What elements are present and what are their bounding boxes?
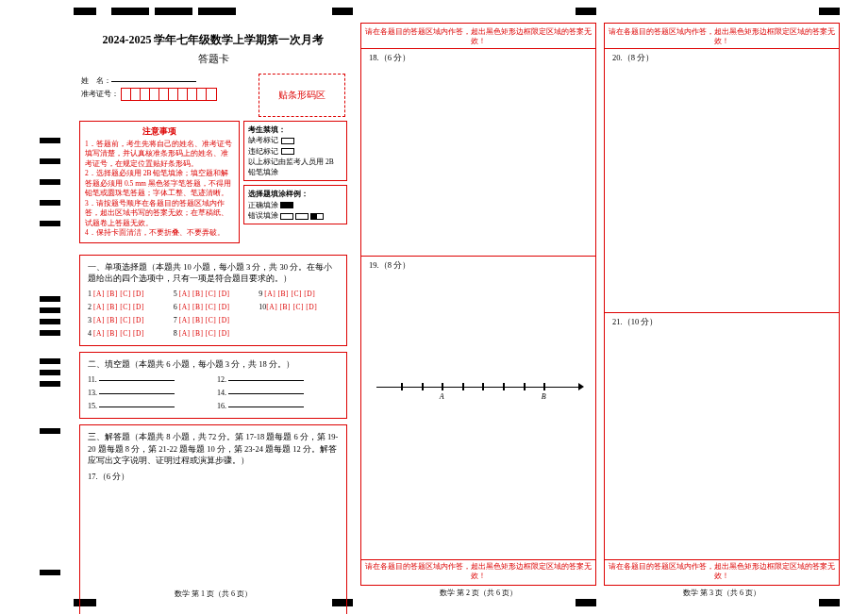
q-num: 9 xyxy=(259,290,262,298)
filled-bubble-icon xyxy=(280,202,293,208)
align-mark xyxy=(74,8,96,15)
sample-correct-label: 正确填涂 xyxy=(248,201,278,209)
q18-block[interactable]: 18.（6 分） xyxy=(361,48,595,256)
q-num: 12. xyxy=(217,375,226,384)
sample-title: 选择题填涂样例： xyxy=(248,190,309,198)
align-mark xyxy=(198,8,236,15)
align-mark xyxy=(155,8,192,15)
mc-bubbles[interactable]: [A] [B] [C] [D] xyxy=(266,303,317,311)
mc-bubbles[interactable]: [A] [B] [C] [D] xyxy=(179,290,230,298)
exam-subtitle: 答题卡 xyxy=(77,52,349,66)
page-2: 请在各题目的答题区域内作答，超出黑色矩形边框限定区域的答案无效！ 18.（6 分… xyxy=(360,23,596,586)
q-num: 13. xyxy=(88,389,97,397)
fill-blank[interactable] xyxy=(228,393,304,394)
q-num: 7 xyxy=(174,316,177,324)
q-num: 11. xyxy=(88,375,97,384)
q21-label: 21.（10 分） xyxy=(612,317,831,328)
page-1: 2024-2025 学年七年级数学上学期第一次月考 答题卡 姓 名： 准考证号：… xyxy=(74,23,353,586)
q17-label: 17.（6 分） xyxy=(88,471,339,483)
notice-item: 4．保持卡面清洁，不要折叠、不要弄破。 xyxy=(85,228,234,239)
q-num: 1 xyxy=(88,290,92,298)
mc-bubbles[interactable]: [A] [B] [C] [D] xyxy=(93,290,144,298)
section-1-heading: 一、单项选择题（本题共 10 小题，每小题 3 分，共 30 分。在每小题给出的… xyxy=(88,261,339,286)
fill-sample-box: 选择题填涂样例： 正确填涂 错误填涂 xyxy=(243,185,347,224)
align-mark xyxy=(576,8,596,15)
identity-row: 姓 名： 准考证号： 贴条形码区 xyxy=(74,72,353,121)
page-number: 数学 第 3 页（共 6 页） xyxy=(605,588,839,598)
violation-label: 违纪标记 xyxy=(248,147,278,156)
section-3-solve: 三、解答题（本题共 8 小题，共 72 分。第 17-18 题每题 6 分，第 … xyxy=(79,424,347,614)
fill-blank[interactable] xyxy=(228,380,304,381)
q20-block[interactable]: 20.（8 分） xyxy=(605,48,839,312)
candidate-fill-box: 考生禁填： 缺考标记 违纪标记 以上标记由监考人员用 2B 铅笔填涂 xyxy=(243,121,347,181)
ticket-label: 准考证号： xyxy=(81,90,119,98)
name-field[interactable] xyxy=(111,81,196,82)
section-1-mc: 一、单项选择题（本题共 10 小题，每小题 3 分，共 30 分。在每小题给出的… xyxy=(79,255,347,347)
page-3: 请在各题目的答题区域内作答，超出黑色矩形边框限定区域的答案无效！ 20.（8 分… xyxy=(604,23,840,586)
left-align-marks xyxy=(40,23,62,591)
mc-bubbles[interactable]: [A] [B] [C] [D] xyxy=(93,316,144,324)
fill-blank[interactable] xyxy=(99,380,175,381)
half-bubble-icon xyxy=(310,213,324,220)
page2-bottom-warning: 请在各题目的答题区域内作答，超出黑色矩形边框限定区域的答案无效！ xyxy=(361,559,595,585)
notice-heading: 注意事项 xyxy=(85,125,234,138)
mc-bubbles[interactable]: [A] [B] [C] [D] xyxy=(179,303,230,311)
sample-wrong-label: 错误填涂 xyxy=(248,211,278,220)
fill-blank[interactable] xyxy=(99,407,175,407)
mc-bubbles[interactable]: [A] [B] [C] [D] xyxy=(93,303,144,311)
mc-bubbles[interactable]: [A] [B] [C] [D] xyxy=(179,329,230,338)
q-num: 4 xyxy=(88,329,92,338)
page-number: 数学 第 2 页（共 6 页） xyxy=(361,588,595,598)
absent-checkbox[interactable] xyxy=(281,138,294,144)
align-mark xyxy=(332,8,353,15)
page3-bottom-warning: 请在各题目的答题区域内作答，超出黑色矩形边框限定区域的答案无效！ xyxy=(605,559,839,585)
page2-top-warning: 请在各题目的答题区域内作答，超出黑色矩形边框限定区域的答案无效！ xyxy=(361,24,595,48)
barcode-area: 贴条形码区 xyxy=(259,74,345,117)
fill-blank[interactable] xyxy=(228,407,304,407)
notice-box: 注意事项 1．答题前，考生先将自己的姓名、准考证号填写清楚，并认真核准条形码上的… xyxy=(79,121,240,243)
section-3-heading: 三、解答题（本题共 8 小题，共 72 分。第 17-18 题每题 6 分，第 … xyxy=(88,431,339,467)
q-num: 8 xyxy=(174,329,177,338)
q21-block[interactable]: 21.（10 分） xyxy=(605,312,839,559)
notice-item: 3．请按题号顺序在各题目的答题区域内作答，超出区域书写的答案无效；在草稿纸、试题… xyxy=(85,199,234,229)
q19-label: 19.（8 分） xyxy=(369,260,588,272)
name-label: 姓 名： xyxy=(81,76,111,85)
q20-label: 20.（8 分） xyxy=(612,53,831,64)
section-2-fill: 二、填空题（本题共 6 小题，每小题 3 分，共 18 分。） 11. 12. … xyxy=(79,352,347,419)
q-num: 2 xyxy=(88,303,92,311)
exam-title: 2024-2025 学年七年级数学上学期第一次月考 xyxy=(77,32,349,48)
ticket-grid[interactable] xyxy=(121,88,217,101)
candidate-fill-title: 考生禁填： xyxy=(248,125,286,134)
q18-label: 18.（6 分） xyxy=(369,53,588,64)
q-num: 5 xyxy=(174,290,177,298)
page3-top-warning: 请在各题目的答题区域内作答，超出黑色矩形边框限定区域的答案无效！ xyxy=(605,24,839,48)
align-mark xyxy=(819,599,840,606)
q-num: 16. xyxy=(217,402,226,410)
align-mark xyxy=(819,8,840,15)
tick-bubble-icon xyxy=(295,213,309,220)
notice-item: 1．答题前，考生先将自己的姓名、准考证号填写清楚，并认真核准条形码上的姓名、准考… xyxy=(85,140,234,170)
axis-label-b: B xyxy=(542,392,546,401)
mc-bubbles[interactable]: [A] [B] [C] [D] xyxy=(264,290,315,298)
q-num: 3 xyxy=(88,316,92,324)
mc-bubbles[interactable]: [A] [B] [C] [D] xyxy=(179,316,230,324)
q-num: 15. xyxy=(88,402,97,410)
candidate-fill-note: 以上标记由监考人员用 2B 铅笔填涂 xyxy=(248,157,342,178)
q-num: 14. xyxy=(217,389,226,397)
number-line: A B xyxy=(376,375,580,398)
align-mark xyxy=(111,8,149,15)
page-number: 数学 第 1 页（共 6 页） xyxy=(74,589,353,599)
crossed-bubble-icon xyxy=(280,213,293,220)
q-num: 6 xyxy=(174,303,177,311)
violation-checkbox[interactable] xyxy=(281,148,294,155)
absent-label: 缺考标记 xyxy=(248,136,278,144)
fill-blank[interactable] xyxy=(99,393,175,394)
arrow-right-icon xyxy=(578,383,584,390)
align-mark xyxy=(576,599,596,606)
q19-block[interactable]: 19.（8 分） A B xyxy=(361,256,595,559)
mc-bubbles[interactable]: [A] [B] [C] [D] xyxy=(93,329,144,338)
axis-label-a: A xyxy=(440,392,444,401)
section-2-heading: 二、填空题（本题共 6 小题，每小题 3 分，共 18 分。） xyxy=(88,358,339,371)
notice-item: 2．选择题必须用 2B 铅笔填涂；填空题和解答题必须用 0.5 mm 黑色签字笔… xyxy=(85,169,234,199)
